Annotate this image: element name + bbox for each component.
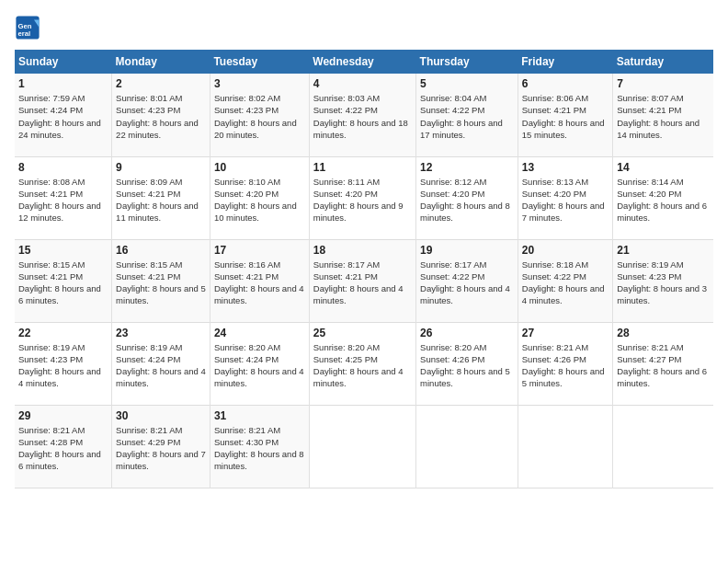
sunrise-label: Sunrise: 8:15 AM	[18, 259, 85, 270]
sunrise-label: Sunrise: 8:21 AM	[18, 425, 85, 435]
weekday-header: Friday	[518, 50, 612, 74]
day-number: 3	[214, 77, 305, 90]
sunset-label: Sunset: 4:29 PM	[116, 437, 180, 447]
sunrise-label: Sunrise: 8:19 AM	[18, 342, 85, 352]
day-number: 7	[617, 77, 710, 90]
sunset-label: Sunset: 4:21 PM	[617, 105, 681, 115]
day-info: Sunrise: 8:10 AM Sunset: 4:20 PM Dayligh…	[214, 176, 305, 224]
calendar-cell: 9 Sunrise: 8:09 AM Sunset: 4:21 PM Dayli…	[112, 156, 210, 239]
day-info: Sunrise: 8:21 AM Sunset: 4:28 PM Dayligh…	[18, 424, 108, 473]
calendar-cell: 22 Sunrise: 8:19 AM Sunset: 4:23 PM Dayl…	[15, 322, 112, 405]
sunset-label: Sunset: 4:21 PM	[116, 271, 180, 282]
sunrise-label: Sunrise: 8:14 AM	[617, 177, 683, 187]
day-number: 26	[420, 327, 514, 339]
sunrise-label: Sunrise: 8:10 AM	[214, 177, 280, 187]
day-info: Sunrise: 8:21 AM Sunset: 4:27 PM Dayligh…	[617, 341, 710, 390]
day-number: 19	[420, 244, 514, 257]
sunset-label: Sunset: 4:22 PM	[420, 105, 484, 115]
weekday-header: Tuesday	[210, 50, 309, 74]
day-info: Sunrise: 8:21 AM Sunset: 4:29 PM Dayligh…	[116, 424, 206, 473]
sunrise-label: Sunrise: 7:59 AM	[18, 93, 85, 103]
calendar-cell: 4 Sunrise: 8:03 AM Sunset: 4:22 PM Dayli…	[309, 74, 415, 156]
day-info: Sunrise: 8:15 AM Sunset: 4:21 PM Dayligh…	[116, 259, 206, 307]
daylight-label: Daylight: 8 hours and 4 minutes.	[313, 283, 404, 305]
calendar-cell: 2 Sunrise: 8:01 AM Sunset: 4:23 PM Dayli…	[112, 74, 210, 156]
sunrise-label: Sunrise: 8:19 AM	[116, 342, 182, 352]
day-info: Sunrise: 8:12 AM Sunset: 4:20 PM Dayligh…	[420, 176, 514, 224]
calendar-cell: 15 Sunrise: 8:15 AM Sunset: 4:21 PM Dayl…	[15, 239, 112, 322]
calendar-cell: 16 Sunrise: 8:15 AM Sunset: 4:21 PM Dayl…	[112, 239, 210, 322]
sunrise-label: Sunrise: 8:02 AM	[214, 93, 280, 103]
calendar-cell	[309, 405, 415, 488]
sunrise-label: Sunrise: 8:17 AM	[420, 259, 486, 270]
calendar-cell: 21 Sunrise: 8:19 AM Sunset: 4:23 PM Dayl…	[613, 239, 713, 322]
calendar-cell: 30 Sunrise: 8:21 AM Sunset: 4:29 PM Dayl…	[112, 405, 210, 488]
calendar-cell: 12 Sunrise: 8:12 AM Sunset: 4:20 PM Dayl…	[416, 156, 518, 239]
daylight-label: Daylight: 8 hours and 4 minutes.	[420, 283, 510, 305]
calendar-cell: 19 Sunrise: 8:17 AM Sunset: 4:22 PM Dayl…	[416, 239, 518, 322]
sunset-label: Sunset: 4:21 PM	[214, 271, 279, 282]
day-number: 25	[313, 327, 412, 339]
daylight-label: Daylight: 8 hours and 4 minutes.	[116, 366, 206, 388]
sunset-label: Sunset: 4:20 PM	[214, 189, 279, 199]
daylight-label: Daylight: 8 hours and 5 minutes.	[522, 366, 605, 388]
sunset-label: Sunset: 4:21 PM	[18, 189, 83, 199]
day-info: Sunrise: 8:20 AM Sunset: 4:24 PM Dayligh…	[214, 341, 305, 390]
sunrise-label: Sunrise: 8:20 AM	[420, 342, 486, 352]
calendar-cell: 1 Sunrise: 7:59 AM Sunset: 4:24 PM Dayli…	[15, 74, 112, 156]
daylight-label: Daylight: 8 hours and 4 minutes.	[522, 283, 605, 305]
day-info: Sunrise: 8:19 AM Sunset: 4:23 PM Dayligh…	[617, 259, 710, 307]
calendar-cell: 10 Sunrise: 8:10 AM Sunset: 4:20 PM Dayl…	[210, 156, 309, 239]
day-number: 12	[420, 161, 514, 174]
sunrise-label: Sunrise: 8:07 AM	[617, 93, 683, 103]
sunrise-label: Sunrise: 8:04 AM	[420, 93, 486, 103]
day-number: 24	[214, 327, 305, 339]
logo-icon: Gen eral	[15, 15, 40, 40]
sunset-label: Sunset: 4:23 PM	[116, 105, 180, 115]
daylight-label: Daylight: 8 hours and 4 minutes.	[313, 366, 404, 388]
calendar-cell: 27 Sunrise: 8:21 AM Sunset: 4:26 PM Dayl…	[518, 322, 612, 405]
day-number: 10	[214, 161, 305, 174]
weekday-header: Sunday	[15, 50, 112, 74]
sunset-label: Sunset: 4:24 PM	[214, 354, 279, 364]
sunset-label: Sunset: 4:20 PM	[313, 189, 378, 199]
sunset-label: Sunset: 4:30 PM	[214, 437, 279, 447]
day-number: 20	[522, 244, 609, 257]
day-number: 15	[18, 244, 108, 257]
calendar-cell: 17 Sunrise: 8:16 AM Sunset: 4:21 PM Dayl…	[210, 239, 309, 322]
weekday-header: Wednesday	[309, 50, 415, 74]
day-info: Sunrise: 8:04 AM Sunset: 4:22 PM Dayligh…	[420, 92, 514, 141]
daylight-label: Daylight: 8 hours and 7 minutes.	[116, 449, 206, 471]
calendar-cell: 5 Sunrise: 8:04 AM Sunset: 4:22 PM Dayli…	[416, 74, 518, 156]
day-info: Sunrise: 8:17 AM Sunset: 4:21 PM Dayligh…	[313, 259, 412, 307]
sunrise-label: Sunrise: 8:15 AM	[116, 259, 182, 270]
sunset-label: Sunset: 4:27 PM	[617, 354, 681, 364]
sunrise-label: Sunrise: 8:13 AM	[522, 177, 588, 187]
day-info: Sunrise: 8:07 AM Sunset: 4:21 PM Dayligh…	[617, 92, 710, 141]
sunset-label: Sunset: 4:20 PM	[522, 189, 586, 199]
daylight-label: Daylight: 8 hours and 9 minutes.	[313, 201, 404, 223]
day-number: 5	[420, 77, 514, 90]
sunset-label: Sunset: 4:25 PM	[313, 354, 378, 364]
daylight-label: Daylight: 8 hours and 6 minutes.	[18, 283, 101, 305]
sunrise-label: Sunrise: 8:21 AM	[617, 342, 683, 352]
sunrise-label: Sunrise: 8:01 AM	[116, 93, 182, 103]
calendar-cell: 20 Sunrise: 8:18 AM Sunset: 4:22 PM Dayl…	[518, 239, 612, 322]
calendar-cell: 29 Sunrise: 8:21 AM Sunset: 4:28 PM Dayl…	[15, 405, 112, 488]
page-container: Gen eral SundayMondayTuesdayWednesdayThu…	[0, 0, 728, 498]
day-number: 31	[214, 409, 305, 422]
sunset-label: Sunset: 4:23 PM	[214, 105, 279, 115]
day-number: 22	[18, 327, 108, 339]
day-info: Sunrise: 8:13 AM Sunset: 4:20 PM Dayligh…	[522, 176, 609, 224]
day-info: Sunrise: 8:03 AM Sunset: 4:22 PM Dayligh…	[313, 92, 412, 141]
sunset-label: Sunset: 4:20 PM	[617, 189, 681, 199]
svg-text:eral: eral	[18, 29, 31, 38]
day-number: 18	[313, 244, 412, 257]
sunrise-label: Sunrise: 8:17 AM	[313, 259, 380, 270]
sunset-label: Sunset: 4:22 PM	[420, 271, 484, 282]
calendar-cell: 18 Sunrise: 8:17 AM Sunset: 4:21 PM Dayl…	[309, 239, 415, 322]
calendar-cell: 14 Sunrise: 8:14 AM Sunset: 4:20 PM Dayl…	[613, 156, 713, 239]
daylight-label: Daylight: 8 hours and 24 minutes.	[18, 118, 101, 140]
day-info: Sunrise: 8:08 AM Sunset: 4:21 PM Dayligh…	[18, 176, 108, 224]
calendar-cell: 13 Sunrise: 8:13 AM Sunset: 4:20 PM Dayl…	[518, 156, 612, 239]
